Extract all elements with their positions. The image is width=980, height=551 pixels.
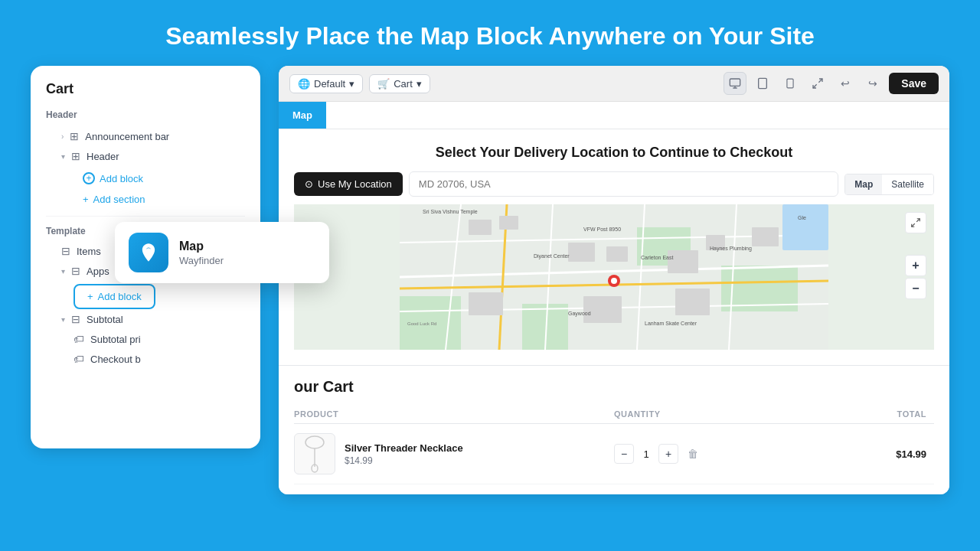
zoom-in-button[interactable]: + (905, 255, 926, 276)
map-type-satellite-btn[interactable]: Satellite (882, 174, 933, 194)
map-tooltip: Map Wayfinder (115, 222, 329, 283)
quantity-decrease-button[interactable]: − (614, 444, 634, 464)
desktop-view-btn[interactable] (724, 72, 746, 95)
sidebar-item-subtotal-price[interactable]: 🏷 Subtotal pri (46, 329, 245, 349)
map-tooltip-text: Map Wayfinder (179, 240, 224, 266)
grid-icon: ⊞ (70, 130, 79, 142)
svg-text:Lanham Skate Center: Lanham Skate Center (645, 321, 697, 326)
chevron-right-icon: › (61, 132, 64, 141)
table-row: Silver Threader Necklace $14.99 − 1 + 🗑 … (294, 424, 934, 484)
svg-rect-30 (752, 227, 779, 246)
map-tab-bar: Map (279, 102, 949, 129)
announcement-bar-label: Announcement bar (85, 131, 169, 142)
quantity-column-header: QUANTITY (614, 409, 774, 419)
add-section-button[interactable]: + Add section (74, 189, 155, 210)
svg-point-48 (305, 436, 324, 448)
globe-icon: 🌐 (298, 78, 310, 90)
product-column-header: PRODUCT (294, 409, 614, 419)
sidebar-item-subtotal[interactable]: ▾ ⊟ Subtotal (46, 309, 245, 329)
product-price: $14.99 (345, 455, 463, 466)
sidebar-item-checkout-btn[interactable]: 🏷 Checkout b (46, 349, 245, 369)
cart-section-title: our Cart (294, 378, 934, 396)
location-pin-icon (138, 242, 159, 263)
quantity-cell: − 1 + 🗑 (614, 444, 774, 464)
map-tooltip-icon (129, 233, 168, 272)
svg-rect-25 (499, 216, 518, 230)
svg-line-47 (912, 224, 915, 227)
map-section: Select Your Delivery Location to Continu… (279, 129, 949, 366)
plus-circle-icon: + (83, 172, 95, 184)
map-type-buttons: Map Satellite (844, 174, 934, 195)
svg-point-36 (611, 278, 617, 284)
chevron-down-icon4: ▾ (349, 78, 354, 90)
product-info: Silver Threader Necklace $14.99 (345, 442, 463, 466)
save-button[interactable]: Save (889, 73, 939, 94)
svg-text:Haynes Plumbing: Haynes Plumbing (710, 246, 752, 252)
default-dropdown[interactable]: 🌐 Default ▾ (289, 74, 363, 93)
fullscreen-button[interactable] (905, 212, 926, 233)
use-location-button[interactable]: ⊙ Use My Location (294, 172, 403, 196)
svg-rect-27 (606, 246, 628, 262)
quantity-value: 1 (639, 448, 654, 460)
svg-rect-4 (759, 79, 767, 89)
chevron-down-icon: ▾ (61, 152, 65, 161)
svg-line-8 (819, 79, 823, 83)
divider (46, 216, 245, 217)
tag-icon: 🏷 (74, 333, 84, 345)
add-block-button-header[interactable]: + Add block (74, 168, 152, 189)
add-block-button-apps[interactable]: + Add block (74, 284, 155, 309)
svg-rect-6 (787, 80, 793, 89)
items-icon: ⊟ (61, 245, 70, 257)
cart-dropdown[interactable]: 🛒 Cart ▾ (369, 74, 430, 93)
tablet-view-btn[interactable] (751, 72, 774, 95)
product-cell: Silver Threader Necklace $14.99 (294, 433, 614, 474)
subtotal-icon: ⊟ (71, 313, 80, 325)
svg-rect-1 (730, 79, 740, 86)
svg-line-46 (916, 219, 920, 222)
apps-label: Apps (87, 266, 109, 277)
mobile-view-btn[interactable] (779, 72, 802, 95)
total-column-header: TOTAL (774, 409, 934, 419)
sidebar-item-announcement-bar[interactable]: › ⊞ Announcement bar (46, 126, 245, 146)
svg-text:Carleton East: Carleton East (641, 255, 673, 260)
checkout-btn-label: Checkout b (90, 354, 141, 365)
svg-rect-31 (469, 292, 503, 315)
quantity-increase-button[interactable]: + (658, 444, 678, 464)
plus-circle-icon2: + (83, 194, 89, 205)
redo-btn[interactable]: ↪ (861, 72, 884, 95)
address-input[interactable] (409, 171, 838, 197)
subtotal-price-label: Subtotal pri (90, 334, 141, 345)
product-name: Silver Threader Necklace (345, 442, 463, 454)
browser-panel: 🌐 Default ▾ 🛒 Cart ▾ (279, 66, 949, 494)
items-label: Items (77, 246, 101, 257)
total-cell: $14.99 (774, 448, 934, 460)
expand-btn[interactable] (806, 72, 829, 95)
product-thumbnail (294, 433, 335, 474)
header-icon: ⊞ (71, 150, 80, 162)
tooltip-title: Map (179, 240, 224, 253)
map-tab[interactable]: Map (279, 102, 326, 129)
svg-rect-28 (668, 250, 698, 273)
map-section-title: Select Your Delivery Location to Continu… (294, 145, 934, 161)
apps-icon: ⊟ (71, 265, 80, 277)
svg-rect-32 (583, 296, 622, 323)
target-icon: ⊙ (305, 178, 313, 190)
undo-btn[interactable]: ↩ (834, 72, 857, 95)
map-image-area: Sri Siva Vishnu Temple Gle VFW Post 8950… (294, 204, 934, 350)
browser-left-controls: 🌐 Default ▾ 🛒 Cart ▾ (289, 74, 430, 93)
svg-text:Gaywood: Gaywood (568, 311, 591, 317)
use-location-label: Use My Location (318, 178, 392, 190)
cart-panel-title: Cart (46, 81, 245, 97)
sidebar-item-header[interactable]: ▾ ⊞ Header (46, 146, 245, 166)
map-type-map-btn[interactable]: Map (845, 174, 882, 194)
checkout-icon: 🏷 (74, 353, 84, 365)
svg-rect-34 (782, 204, 828, 250)
svg-rect-33 (675, 289, 710, 315)
svg-text:VFW Post 8950: VFW Post 8950 (583, 227, 621, 232)
zoom-out-button[interactable]: − (905, 278, 926, 299)
delete-item-button[interactable]: 🗑 (683, 444, 703, 464)
svg-text:Gle: Gle (798, 215, 806, 220)
cart-label: Cart (394, 78, 413, 90)
svg-line-9 (813, 85, 817, 89)
browser-content: Map Select Your Delivery Location to Con… (279, 102, 949, 494)
